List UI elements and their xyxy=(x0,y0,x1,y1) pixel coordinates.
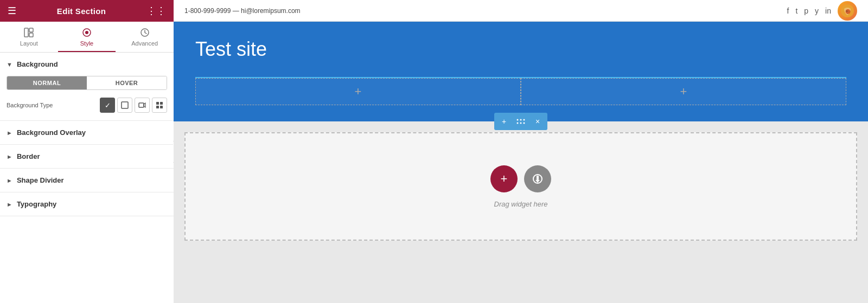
tab-style-label: Style xyxy=(80,40,93,47)
yelp-icon[interactable]: y xyxy=(815,7,819,15)
shape-divider-arrow-icon: ► xyxy=(7,177,12,184)
drag-widget-text: Drag widget here xyxy=(494,200,548,208)
svg-point-15 xyxy=(520,119,522,121)
section-drag-handle[interactable] xyxy=(514,118,528,125)
svg-rect-6 xyxy=(122,102,128,108)
nav-icon xyxy=(532,173,544,185)
tab-layout[interactable]: Layout xyxy=(0,22,58,52)
section-close-button[interactable]: × xyxy=(528,113,547,130)
svg-rect-10 xyxy=(156,106,159,108)
svg-rect-8 xyxy=(156,102,159,105)
section-background-header[interactable]: ▼ Background xyxy=(0,53,174,76)
svg-point-19 xyxy=(524,123,525,124)
slideshow-icon xyxy=(156,101,163,109)
left-panel: ☰ Edit Section ⋮⋮ Layout Style Adv xyxy=(0,0,174,303)
bg-type-label: Background Type xyxy=(7,102,95,108)
typography-arrow-icon: ► xyxy=(7,201,12,208)
advanced-icon xyxy=(139,27,150,38)
svg-text:🏀: 🏀 xyxy=(845,9,851,14)
section-bg-overlay-label: Background Overlay xyxy=(17,128,86,137)
section-bg-overlay: ► Background Overlay xyxy=(0,121,174,145)
drop-section[interactable]: + Drag widget here xyxy=(184,132,857,241)
section-toolbar: + × xyxy=(494,113,547,130)
border-arrow-icon: ► xyxy=(7,153,12,160)
video-icon xyxy=(138,101,146,109)
classic-icon xyxy=(121,101,129,109)
layout-icon xyxy=(23,27,34,38)
panel-collapse-button[interactable]: ‹ xyxy=(173,141,174,163)
svg-rect-1 xyxy=(29,28,33,32)
main-area: 1-800-999-9999 — hi@loremipsum.com f t p… xyxy=(174,0,868,303)
section-border-label: Border xyxy=(17,152,40,160)
background-arrow-icon: ▼ xyxy=(7,61,12,68)
svg-rect-2 xyxy=(29,33,33,37)
contact-info: 1-800-999-9999 — hi@loremipsum.com xyxy=(184,7,301,15)
section-shape-divider: ► Shape Divider xyxy=(0,169,174,192)
facebook-icon[interactable]: f xyxy=(787,7,789,15)
section-typography: ► Typography xyxy=(0,192,174,216)
bg-type-video-btn[interactable] xyxy=(135,98,150,113)
panel-title: Edit Section xyxy=(57,7,106,16)
drop-actions: + xyxy=(490,165,551,192)
background-expanded: NORMAL HOVER Background Type ✓ xyxy=(0,76,174,120)
svg-rect-11 xyxy=(160,106,163,108)
section-typography-header[interactable]: ► Typography xyxy=(0,192,174,216)
bg-type-color-btn[interactable]: ✓ xyxy=(100,98,115,113)
svg-point-18 xyxy=(520,123,522,124)
app-logo-icon: 🏀 xyxy=(841,4,854,17)
hero-section: Test site + × + + xyxy=(174,22,868,121)
grid-icon[interactable]: ⋮⋮ xyxy=(146,5,166,17)
section-bg-overlay-header[interactable]: ► Background Overlay xyxy=(0,121,174,144)
hero-title: Test site xyxy=(195,38,846,61)
social-icons: f t p y in 🏀 xyxy=(787,1,857,21)
twitter-icon[interactable]: t xyxy=(795,7,797,15)
add-widget-button[interactable]: + xyxy=(490,165,518,192)
section-background-label: Background xyxy=(17,60,58,68)
bg-type-icons: ✓ xyxy=(100,98,167,113)
panel-content: ▼ Background NORMAL HOVER Background Typ… xyxy=(0,53,174,303)
add-widget-icon: + xyxy=(501,172,508,186)
panel-tabs: Layout Style Advanced xyxy=(0,22,174,53)
svg-rect-7 xyxy=(139,103,144,107)
drag-icon xyxy=(516,118,526,125)
hero-columns: + + xyxy=(195,77,846,105)
section-border-header[interactable]: ► Border xyxy=(0,145,174,168)
section-add-button[interactable]: + xyxy=(494,113,514,130)
svg-rect-21 xyxy=(537,176,539,180)
nav-widget-button[interactable] xyxy=(524,165,551,192)
bg-type-classic-btn[interactable] xyxy=(117,98,132,113)
pinterest-icon[interactable]: p xyxy=(804,7,808,15)
top-bar: 1-800-999-9999 — hi@loremipsum.com f t p… xyxy=(174,0,868,22)
content-area: + Drag widget here xyxy=(174,121,868,303)
section-shape-divider-header[interactable]: ► Shape Divider xyxy=(0,169,174,192)
svg-point-4 xyxy=(85,31,88,34)
bg-type-row: Background Type ✓ xyxy=(7,98,167,113)
svg-point-17 xyxy=(517,123,519,124)
bg-mode-buttons: NORMAL HOVER xyxy=(7,76,167,90)
section-shape-divider-label: Shape Divider xyxy=(17,176,64,184)
hero-col-right[interactable]: + xyxy=(521,78,846,105)
bg-mode-normal[interactable]: NORMAL xyxy=(7,76,87,89)
svg-point-14 xyxy=(517,119,519,121)
section-typography-label: Typography xyxy=(17,200,56,208)
tab-advanced[interactable]: Advanced xyxy=(116,22,174,52)
linkedin-icon[interactable]: in xyxy=(825,7,831,15)
bg-mode-hover[interactable]: HOVER xyxy=(87,76,167,89)
hamburger-icon[interactable]: ☰ xyxy=(8,5,16,17)
bg-type-slideshow-btn[interactable] xyxy=(152,98,167,113)
col-add-right-icon: + xyxy=(680,85,687,99)
section-border: ► Border xyxy=(0,145,174,169)
svg-rect-0 xyxy=(24,28,28,37)
panel-header: ☰ Edit Section ⋮⋮ xyxy=(0,0,174,22)
hero-col-left[interactable]: + xyxy=(195,78,521,105)
style-icon xyxy=(81,27,92,38)
svg-point-16 xyxy=(524,119,525,121)
svg-rect-9 xyxy=(160,102,163,105)
section-background: ▼ Background NORMAL HOVER Background Typ… xyxy=(0,53,174,121)
bg-overlay-arrow-icon: ► xyxy=(7,130,12,136)
tab-advanced-label: Advanced xyxy=(131,40,158,47)
app-icon[interactable]: 🏀 xyxy=(838,1,857,21)
svg-marker-22 xyxy=(535,180,540,183)
tab-style[interactable]: Style xyxy=(58,22,116,52)
tab-layout-label: Layout xyxy=(20,40,38,47)
